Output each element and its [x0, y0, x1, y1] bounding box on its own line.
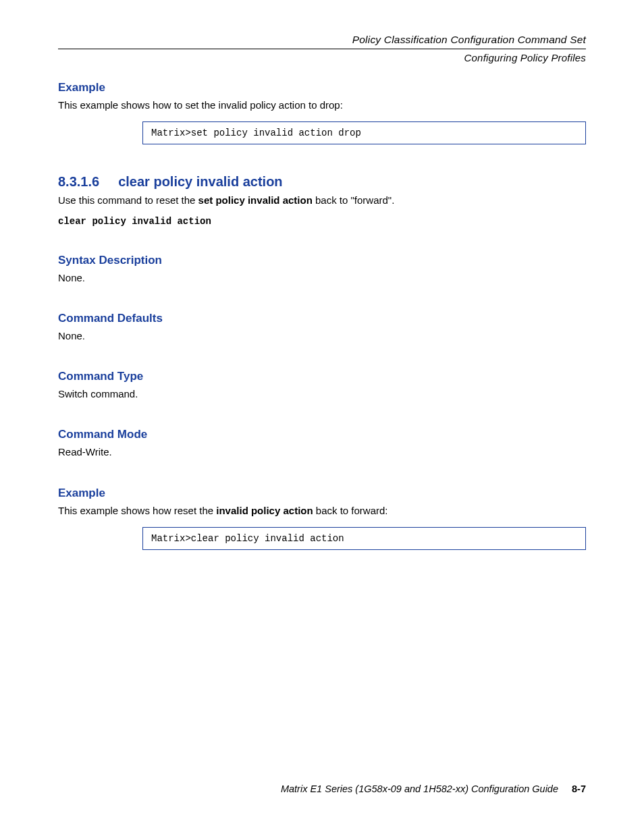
header-rule — [58, 49, 586, 49]
page-footer: Matrix E1 Series (1G58x-09 and 1H582-xx)… — [281, 783, 586, 794]
command-description: Use this command to reset the set policy… — [58, 194, 586, 207]
ex2-prefix: This example shows how reset the — [58, 505, 216, 516]
header-title: Policy Classification Configuration Comm… — [58, 34, 586, 46]
command-defaults-text: None. — [58, 329, 586, 343]
command-type-heading: Command Type — [58, 370, 586, 383]
syntax-description-text: None. — [58, 271, 586, 285]
command-defaults-heading: Command Defaults — [58, 312, 586, 325]
code-box-2: Matrix>clear policy invalid action — [142, 527, 586, 550]
syntax-description-heading: Syntax Description — [58, 254, 586, 267]
desc-suffix: back to "forward". — [313, 194, 395, 206]
example-heading-2: Example — [58, 487, 586, 500]
command-title: clear policy invalid action — [118, 174, 282, 190]
header-subtitle: Configuring Policy Profiles — [58, 52, 586, 63]
ex2-suffix: back to forward: — [313, 505, 388, 516]
code-box-1: Matrix>set policy invalid action drop — [142, 121, 586, 144]
ex2-bold: invalid policy action — [216, 505, 313, 516]
example-intro-1: This example shows how to set the invali… — [58, 99, 586, 112]
command-type-text: Switch command. — [58, 387, 586, 401]
command-mode-text: Read-Write. — [58, 445, 586, 459]
command-heading: 8.3.1.6 clear policy invalid action — [58, 174, 586, 190]
desc-bold: set policy invalid action — [198, 194, 313, 206]
command-syntax: clear policy invalid action — [58, 216, 586, 227]
command-mode-heading: Command Mode — [58, 428, 586, 441]
desc-prefix: Use this command to reset the — [58, 194, 198, 206]
example-heading-1: Example — [58, 81, 586, 94]
example-intro-2: This example shows how reset the invalid… — [58, 504, 586, 518]
command-number: 8.3.1.6 — [58, 174, 99, 190]
footer-text: Matrix E1 Series (1G58x-09 and 1H582-xx)… — [281, 783, 558, 794]
footer-page: 8-7 — [572, 783, 586, 794]
